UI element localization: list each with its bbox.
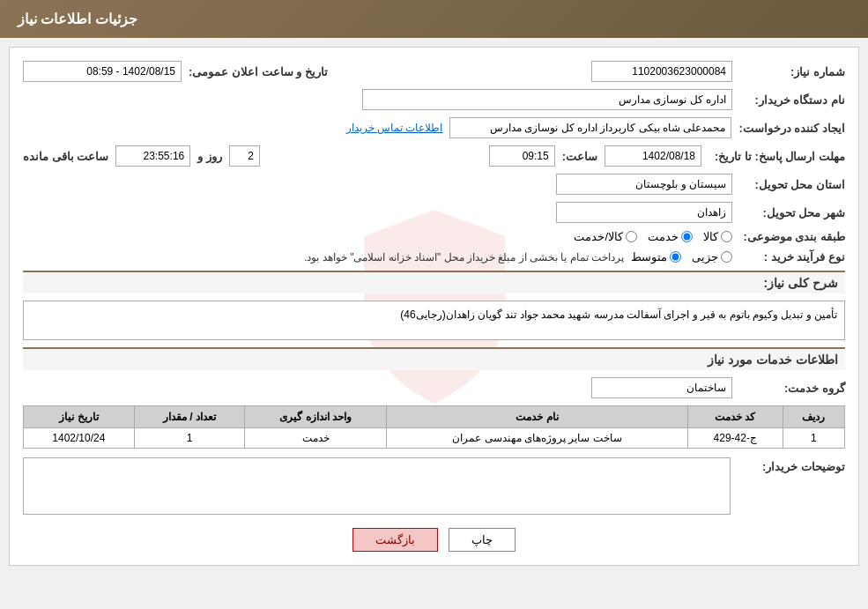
city-label: شهر محل تحویل:	[739, 206, 845, 219]
service-group-input	[591, 377, 732, 398]
deadline-days-label: روز و	[197, 150, 222, 163]
col-unit: واحد اندازه گیری	[245, 406, 387, 428]
creator-link[interactable]: اطلاعات تماس خریدار	[346, 122, 443, 134]
service-group-label: گروه خدمت:	[739, 382, 845, 395]
category-label: طبقه بندی موضوعی:	[739, 230, 845, 243]
date-label: تاریخ و ساعت اعلان عمومی:	[189, 65, 328, 78]
print-button[interactable]: چاپ	[449, 528, 516, 552]
general-desc-box: تأمین و تبدیل وکیوم باتوم به قیر و اجرای…	[23, 301, 845, 340]
purchase-type-label: نوع فرآیند خرید :	[739, 250, 845, 264]
label-motavaset: متوسط	[631, 250, 667, 264]
need-number-label: شماره نیاز:	[739, 65, 845, 78]
cell-code: ج-42-429	[687, 428, 783, 449]
page-header: جزئیات اطلاعات نیاز	[0, 0, 868, 38]
date-input	[23, 61, 182, 82]
action-buttons: چاپ بازگشت	[23, 528, 845, 552]
category-kala[interactable]: کالا	[703, 230, 732, 243]
category-kala-khedmat[interactable]: کالا/خدمت	[574, 230, 637, 243]
service-info-label: اطلاعات خدمات مورد نیاز	[708, 353, 838, 367]
buyer-org-input	[362, 89, 732, 110]
deadline-date-input	[605, 145, 701, 167]
label-kala: کالا	[703, 230, 718, 243]
general-desc-label: شرح کلی نیاز:	[764, 276, 838, 290]
purchase-note: پرداخت تمام یا بخشی از مبلغ خریداز محل "…	[304, 251, 624, 264]
page-title: جزئیات اطلاعات نیاز	[18, 11, 137, 26]
province-label: استان محل تحویل:	[739, 178, 845, 191]
radio-kala-khedmat[interactable]	[626, 231, 637, 242]
buyer-desc-textarea[interactable]	[23, 457, 731, 515]
col-qty: تعداد / مقدار	[134, 406, 245, 428]
col-date: تاریخ نیاز	[24, 406, 135, 428]
radio-khedmat[interactable]	[681, 231, 693, 242]
services-table: ردیف کد خدمت نام خدمت واحد اندازه گیری ت…	[23, 405, 845, 449]
category-khedmat[interactable]: خدمت	[648, 230, 693, 243]
table-row: 1ج-42-429ساخت سایر پروژه‌های مهندسی عمرا…	[24, 428, 845, 449]
col-code: کد خدمت	[687, 406, 783, 428]
deadline-time-label: ساعت:	[562, 150, 597, 163]
radio-kala[interactable]	[721, 231, 732, 242]
purchase-type-radio-group: جزیی متوسط	[631, 250, 732, 264]
label-jozei: جزیی	[692, 250, 718, 264]
deadline-time-input	[489, 145, 555, 167]
creator-label: ایجاد کننده درخواست:	[738, 122, 845, 135]
province-input	[556, 174, 732, 195]
service-info-section: اطلاعات خدمات مورد نیاز	[23, 347, 845, 370]
deadline-days-input	[229, 145, 260, 167]
cell-row: 1	[783, 428, 844, 449]
cell-quantity: 1	[134, 428, 245, 449]
deadline-label: مهلت ارسال پاسخ: تا تاریخ:	[708, 150, 845, 163]
city-input	[556, 202, 732, 223]
buyer-org-label: نام دستگاه خریدار:	[739, 93, 845, 107]
cell-name: ساخت سایر پروژه‌های مهندسی عمران	[387, 428, 687, 449]
category-radio-group: کالا خدمت کالا/خدمت	[574, 230, 732, 243]
services-table-container: ردیف کد خدمت نام خدمت واحد اندازه گیری ت…	[23, 405, 845, 449]
label-kala-khedmat: کالا/خدمت	[574, 230, 623, 243]
cell-date: 1402/10/24	[24, 428, 135, 449]
label-khedmat: خدمت	[648, 230, 679, 243]
general-desc-section: شرح کلی نیاز:	[23, 271, 845, 293]
col-row: ردیف	[783, 406, 844, 428]
col-name: نام خدمت	[387, 406, 687, 428]
cell-unit: خدمت	[245, 428, 387, 449]
deadline-remaining-input	[115, 145, 190, 167]
purchase-jozei[interactable]: جزیی	[692, 250, 732, 264]
radio-jozei[interactable]	[721, 251, 732, 263]
back-button[interactable]: بازگشت	[352, 528, 438, 552]
deadline-remaining-label: ساعت باقی مانده	[23, 150, 108, 163]
buyer-desc-label: توضیحات خریدار:	[731, 457, 845, 473]
need-number-input	[591, 61, 732, 82]
radio-motavaset[interactable]	[670, 251, 681, 263]
purchase-motavaset[interactable]: متوسط	[631, 250, 681, 264]
creator-input	[449, 117, 731, 138]
